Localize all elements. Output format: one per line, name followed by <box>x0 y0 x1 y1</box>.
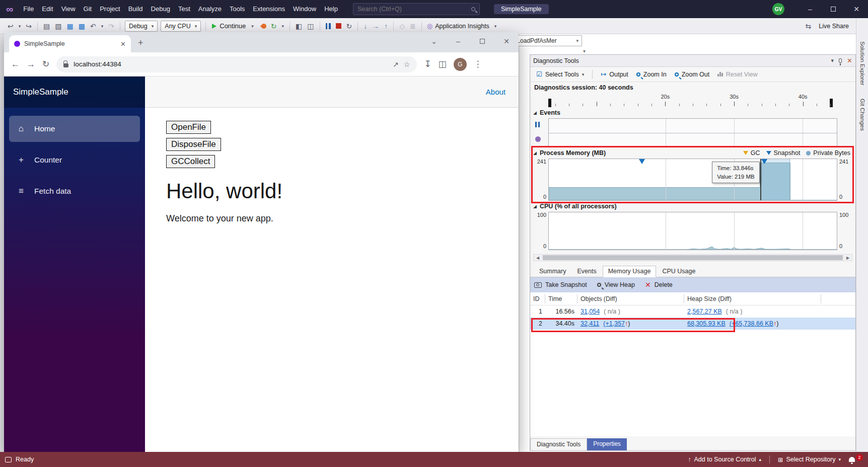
downloads-icon[interactable]: ↧ <box>424 59 431 69</box>
objects-diff-link[interactable]: (+1,357 <box>603 320 625 327</box>
browser-reload-icon[interactable]: ↻ <box>42 59 49 69</box>
browser-forward-icon[interactable]: → <box>27 59 35 69</box>
lock-icon[interactable] <box>63 63 68 67</box>
navigate-back-dropdown-icon[interactable]: ▾ <box>17 23 23 30</box>
browser-profile-avatar[interactable]: G <box>454 58 467 71</box>
menu-test[interactable]: Test <box>174 0 194 18</box>
bottom-tab-diagnostic-tools[interactable]: Diagnostic Tools <box>530 438 587 450</box>
vs-close-button[interactable]: ✕ <box>845 0 868 18</box>
menu-git[interactable]: Git <box>80 0 96 18</box>
cpu-section-header[interactable]: ◢ CPU (% of all processors) <box>530 201 855 212</box>
hot-reload-icon[interactable] <box>260 22 267 29</box>
select-repository-button[interactable]: ⊞ Select Repository ▾ <box>778 456 841 463</box>
dispose-file-button[interactable]: DisposeFile <box>166 138 221 151</box>
add-to-source-control-button[interactable]: ↑ Add to Source Control ▴ <box>688 456 761 463</box>
zoom-in-button[interactable]: Zoom In <box>633 69 670 80</box>
sidebar-item-counter[interactable]: + Counter <box>9 147 140 173</box>
vs-minimize-button[interactable]: – <box>799 0 822 18</box>
hex-display-icon[interactable]: ◇ <box>397 21 407 31</box>
objects-count-link[interactable]: 32,411 <box>581 320 599 327</box>
delete-snapshot-button[interactable]: ✕ Delete <box>645 281 673 289</box>
memory-plot[interactable]: Time: 33.846s Value: 219 MB <box>548 159 837 201</box>
menu-window[interactable]: Window <box>289 0 320 18</box>
tab-memory-usage[interactable]: Memory Usage <box>603 266 657 277</box>
sidebar-item-home[interactable]: ⌂ Home <box>9 116 140 142</box>
tab-git-changes[interactable]: Git Changes <box>859 99 865 131</box>
sidebar-item-fetch-data[interactable]: ≡ Fetch data <box>9 178 140 204</box>
restart-debugging-icon[interactable]: ↻ <box>344 21 354 31</box>
events-section-header[interactable]: ◢ Events <box>530 107 855 118</box>
side-panel-icon[interactable]: ◫ <box>439 59 447 69</box>
bookmark-star-icon[interactable]: ☆ <box>404 60 410 68</box>
panel-close-icon[interactable]: ✕ <box>847 57 852 64</box>
undo-dropdown-icon[interactable]: ▾ <box>99 23 106 30</box>
select-tools-button[interactable]: ☑ Select Tools ▾ <box>533 69 587 80</box>
step-out-icon[interactable]: ↑ <box>382 21 390 31</box>
pin-icon[interactable] <box>839 58 842 63</box>
save-all-icon[interactable]: ▩ <box>77 21 87 31</box>
new-tab-button[interactable]: + <box>138 38 143 48</box>
browser-close-button[interactable]: ✕ <box>494 32 519 50</box>
table-row[interactable]: 1 16.56s 31,054 ( n/a ) 2,567.27 KB ( n/… <box>530 305 855 318</box>
notifications-button[interactable]: 2 <box>849 457 859 462</box>
vs-search-input[interactable] <box>357 6 471 13</box>
step-into-icon[interactable]: ↓ <box>361 21 369 31</box>
open-file-icon[interactable]: ▧ <box>53 21 63 31</box>
snapshot-marker-icon[interactable] <box>639 159 645 164</box>
redo-icon[interactable]: ↷ <box>106 21 116 31</box>
timeline-ruler[interactable]: 20s 30s 40s <box>530 93 855 107</box>
view-heap-button[interactable]: View Heap <box>597 281 635 288</box>
browser-minimize-button[interactable]: – <box>446 32 470 50</box>
heap-diff-link[interactable]: (+65,738.66 KB <box>730 320 773 327</box>
scrollbar-thumb[interactable] <box>543 255 843 260</box>
menu-project[interactable]: Project <box>96 0 124 18</box>
editor-member-dropdown-icon[interactable]: ▾ <box>583 48 586 54</box>
step-over-icon[interactable]: → <box>370 21 381 31</box>
menu-view[interactable]: View <box>57 0 80 18</box>
restart-dropdown-icon[interactable]: ▾ <box>280 23 286 30</box>
app-brand[interactable]: SimpleSample <box>4 76 145 108</box>
vs-search-box[interactable] <box>353 3 480 15</box>
scroll-right-icon[interactable]: ▶ <box>844 256 852 260</box>
menu-edit[interactable]: Edit <box>38 0 57 18</box>
browser-back-icon[interactable]: ← <box>11 59 20 69</box>
save-icon[interactable]: ▦ <box>64 21 75 31</box>
reset-view-button[interactable]: Reset View <box>714 69 761 80</box>
break-all-icon[interactable] <box>326 23 331 29</box>
bottom-tab-properties[interactable]: Properties <box>587 438 627 450</box>
platform-select[interactable]: Any CPU▾ <box>161 21 201 32</box>
tab-cpu-usage[interactable]: CPU Usage <box>657 266 700 277</box>
browser-maximize-button[interactable] <box>470 32 494 50</box>
menu-build[interactable]: Build <box>124 0 147 18</box>
tab-search-icon[interactable]: ⌄ <box>422 32 446 50</box>
stop-debugging-icon[interactable] <box>336 23 341 29</box>
tab-solution-explorer[interactable]: Solution Explorer <box>859 41 865 86</box>
share-icon[interactable]: ↗ <box>393 60 399 68</box>
about-link[interactable]: About <box>486 88 505 96</box>
continue-button[interactable]: Continue ▾ <box>209 22 259 30</box>
open-file-button[interactable]: OpenFile <box>166 121 211 134</box>
tab-events[interactable]: Events <box>572 266 601 277</box>
application-insights-button[interactable]: ◎ Application Insights ▾ <box>425 22 501 30</box>
layout-window-icon[interactable]: ◫ <box>305 21 316 31</box>
vs-maximize-button[interactable] <box>822 0 845 18</box>
timeline-scrollbar[interactable]: ◀ ▶ <box>533 254 852 261</box>
snapshot-marker-icon[interactable] <box>761 159 767 164</box>
col-objects-diff[interactable]: Objects (Diff) <box>577 294 684 303</box>
heap-size-link[interactable]: 68,305.93 KB <box>687 320 726 327</box>
url-text[interactable]: localhost:44384 <box>74 60 388 68</box>
heap-size-link[interactable]: 2,567.27 KB <box>687 308 722 315</box>
debug-configuration-select[interactable]: Debug▾ <box>125 21 158 32</box>
tab-summary[interactable]: Summary <box>534 266 571 277</box>
col-id[interactable]: ID <box>530 294 545 303</box>
gc-collect-button[interactable]: GCCollect <box>166 155 215 168</box>
scroll-left-icon[interactable]: ◀ <box>534 256 542 260</box>
list-view-icon[interactable]: ≣ <box>408 21 418 31</box>
col-heap-size-diff[interactable]: Heap Size (Diff) <box>684 294 821 303</box>
restart-application-icon[interactable]: ↻ <box>269 21 279 31</box>
menu-tools[interactable]: Tools <box>226 0 249 18</box>
output-button[interactable]: ↦ Output <box>598 69 631 80</box>
live-share-icon[interactable]: ⇆ <box>804 21 814 31</box>
memory-section-header[interactable]: ◢ Process Memory (MB) GC Snapshot Privat… <box>530 147 855 159</box>
objects-count-link[interactable]: 31,054 <box>581 308 600 315</box>
